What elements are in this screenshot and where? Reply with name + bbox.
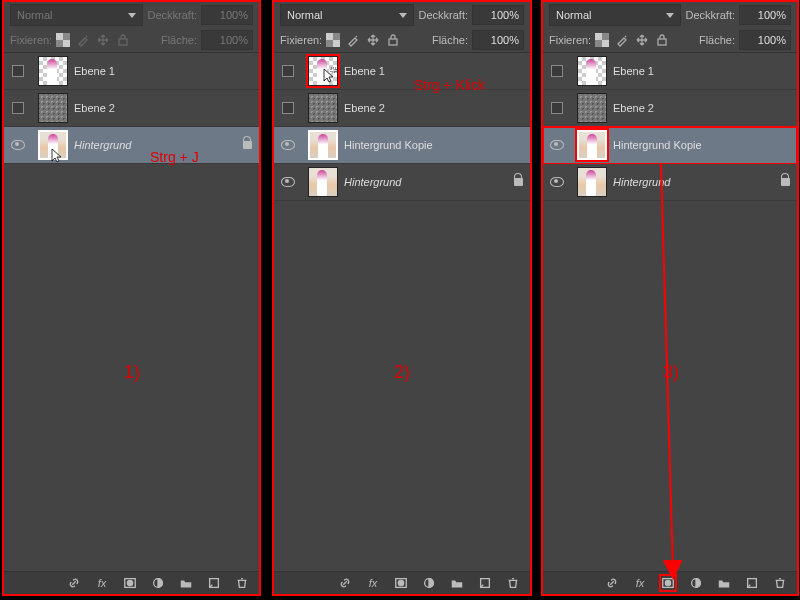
layer-name[interactable]: Hintergrund Kopie — [613, 139, 773, 151]
fill-input[interactable]: 100% — [739, 30, 791, 50]
lock-pixels-icon[interactable] — [595, 33, 609, 47]
lock-all-icon[interactable] — [655, 33, 669, 47]
layer-mask-icon[interactable] — [123, 576, 137, 590]
trash-icon[interactable] — [235, 576, 249, 590]
layer-thumbnail[interactable] — [38, 56, 68, 86]
trash-icon[interactable] — [506, 576, 520, 590]
visibility-eye-icon[interactable] — [550, 177, 564, 187]
layer-name[interactable]: Hintergrund — [344, 176, 506, 188]
move-icon[interactable] — [635, 33, 649, 47]
fill-label: Fläche: — [161, 34, 197, 46]
layer-mask-icon[interactable] — [394, 576, 408, 590]
brush-icon[interactable] — [76, 33, 90, 47]
brush-icon[interactable] — [346, 33, 360, 47]
layer-name[interactable]: Ebene 2 — [344, 102, 506, 114]
layer-row[interactable]: Hintergrund Kopie — [543, 127, 797, 164]
layer-row[interactable]: Ebene 1 — [274, 53, 530, 90]
blend-mode-select[interactable]: Normal — [549, 4, 681, 26]
layer-name[interactable]: Hintergrund — [613, 176, 773, 188]
layer-thumbnail[interactable] — [38, 93, 68, 123]
lock-fill-row: Fixieren: Fläche: 100% — [4, 28, 259, 52]
opacity-input[interactable]: 100% — [472, 5, 524, 25]
visibility-eye-icon[interactable] — [550, 140, 564, 150]
blend-mode-select[interactable]: Normal — [10, 4, 143, 26]
layer-mask-icon[interactable] — [661, 576, 675, 590]
layer-thumbnail[interactable] — [308, 167, 338, 197]
move-icon[interactable] — [96, 33, 110, 47]
brush-icon[interactable] — [615, 33, 629, 47]
opacity-input[interactable]: 100% — [739, 5, 791, 25]
lock-all-icon[interactable] — [116, 33, 130, 47]
adjustment-icon[interactable] — [689, 576, 703, 590]
visibility-checkbox[interactable] — [12, 102, 24, 114]
lock-icon — [243, 141, 252, 149]
visibility-checkbox[interactable] — [282, 65, 294, 77]
visibility-checkbox[interactable] — [551, 102, 563, 114]
layer-row[interactable]: Hintergrund — [543, 164, 797, 201]
new-layer-icon[interactable] — [478, 576, 492, 590]
fx-icon[interactable]: fx — [633, 576, 647, 590]
opacity-input[interactable]: 100% — [201, 5, 253, 25]
lock-all-icon[interactable] — [386, 33, 400, 47]
svg-rect-10 — [333, 40, 340, 47]
layer-thumbnail[interactable] — [308, 130, 338, 160]
layer-row[interactable]: Ebene 1 — [543, 53, 797, 90]
lock-pixels-icon[interactable] — [326, 33, 340, 47]
layer-name[interactable]: Ebene 1 — [74, 65, 235, 77]
link-icon[interactable] — [67, 576, 81, 590]
layer-name[interactable]: Ebene 2 — [613, 102, 773, 114]
panel-bottom-bar: fx — [274, 571, 530, 594]
group-icon[interactable] — [179, 576, 193, 590]
layer-row[interactable]: Ebene 2 — [543, 90, 797, 127]
link-icon[interactable] — [338, 576, 352, 590]
layer-thumbnail[interactable] — [577, 167, 607, 197]
visibility-eye-icon[interactable] — [11, 140, 25, 150]
layer-row[interactable]: Ebene 1 — [4, 53, 259, 90]
layer-thumbnail[interactable] — [577, 93, 607, 123]
visibility-checkbox[interactable] — [282, 102, 294, 114]
blend-mode-select[interactable]: Normal — [280, 4, 414, 26]
svg-rect-2 — [63, 40, 70, 47]
layer-row[interactable]: Ebene 2 — [274, 90, 530, 127]
visibility-checkbox[interactable] — [12, 65, 24, 77]
layer-thumbnail[interactable] — [577, 130, 607, 160]
trash-icon[interactable] — [773, 576, 787, 590]
layer-name[interactable]: Ebene 1 — [613, 65, 773, 77]
step-number: 3) — [663, 362, 679, 383]
new-layer-icon[interactable] — [207, 576, 221, 590]
layer-name[interactable]: Hintergrund Kopie — [344, 139, 506, 151]
layer-row[interactable]: Hintergrund — [4, 127, 259, 164]
link-icon[interactable] — [605, 576, 619, 590]
fx-icon[interactable]: fx — [95, 576, 109, 590]
blend-mode-value: Normal — [556, 9, 591, 21]
layer-thumbnail[interactable] — [308, 56, 338, 86]
new-layer-icon[interactable] — [745, 576, 759, 590]
move-icon[interactable] — [366, 33, 380, 47]
lock-pixels-icon[interactable] — [56, 33, 70, 47]
layer-row[interactable]: Hintergrund Kopie — [274, 127, 530, 164]
visibility-eye-icon[interactable] — [281, 140, 295, 150]
visibility-eye-icon[interactable] — [281, 177, 295, 187]
svg-rect-1 — [56, 33, 63, 40]
group-icon[interactable] — [717, 576, 731, 590]
layer-thumbnail[interactable] — [577, 56, 607, 86]
layer-row[interactable]: Hintergrund — [274, 164, 530, 201]
layer-thumbnail[interactable] — [38, 130, 68, 160]
step-number: 1) — [124, 362, 140, 383]
adjustment-icon[interactable] — [422, 576, 436, 590]
adjustment-icon[interactable] — [151, 576, 165, 590]
fill-input[interactable]: 100% — [201, 30, 253, 50]
fx-icon[interactable]: fx — [366, 576, 380, 590]
fill-input[interactable]: 100% — [472, 30, 524, 50]
group-icon[interactable] — [450, 576, 464, 590]
svg-rect-20 — [658, 39, 666, 45]
layers-panel-1: Normal Deckkraft: 100% Fixieren: Fläche:… — [2, 0, 261, 596]
layer-name[interactable]: Ebene 1 — [344, 65, 506, 77]
layer-name[interactable]: Ebene 2 — [74, 102, 235, 114]
lock-icon — [781, 178, 790, 186]
layer-row[interactable]: Ebene 2 — [4, 90, 259, 127]
opacity-label: Deckkraft: — [685, 9, 735, 21]
opacity-label: Deckkraft: — [418, 9, 468, 21]
visibility-checkbox[interactable] — [551, 65, 563, 77]
layer-thumbnail[interactable] — [308, 93, 338, 123]
